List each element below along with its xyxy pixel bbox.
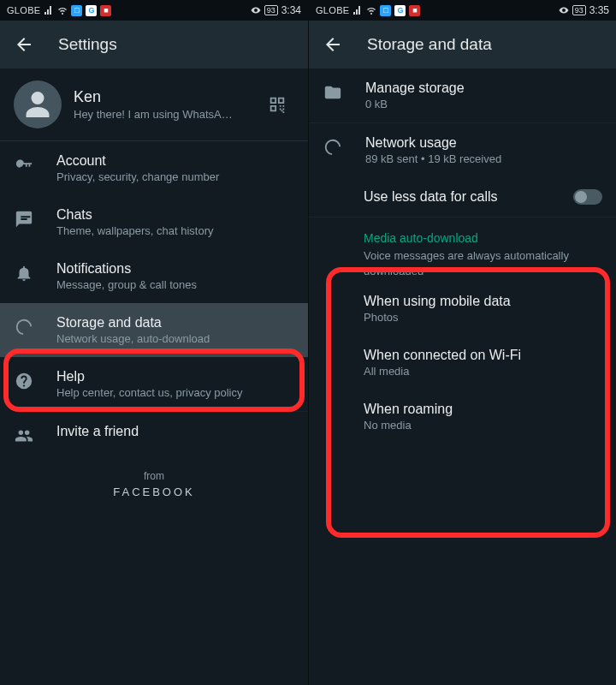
item-use-less-data[interactable]: Use less data for calls [309,177,616,217]
help-icon [14,371,34,391]
status-bar: GLOBE □ G ■ 93 3:35 [309,0,616,21]
g-badge-icon: G [86,5,97,16]
page-title: Settings [58,35,117,54]
battery-indicator: 93 [264,5,278,15]
use-less-data-toggle[interactable] [573,189,602,205]
key-icon [14,155,34,176]
settings-item-help[interactable]: Help Help center, contact us, privacy po… [0,357,308,411]
profile-name: Ken [74,88,248,106]
settings-screen: GLOBE □ G ■ 93 3:34 Settings [0,0,308,685]
settings-item-storage-data[interactable]: Storage and data Network usage, auto-dow… [0,303,308,357]
back-button[interactable] [316,27,350,62]
media-auto-download-header: Media auto-download Voice messages are a… [309,217,616,282]
profile-row[interactable]: Ken Hey there! I am using WhatsA… [0,68,308,141]
app-badge2-icon: ■ [409,5,420,16]
signal-icon [352,5,363,15]
eye-icon [559,5,569,15]
bell-icon [14,263,34,283]
back-button[interactable] [7,27,41,62]
carrier-label: GLOBE [7,5,40,15]
facebook-brand: FACEBOOK [0,485,308,498]
eye-icon [251,5,261,15]
avatar [14,80,62,128]
settings-item-chats[interactable]: Chats Theme, wallpapers, chat history [0,195,308,249]
app-bar: Settings [0,21,308,68]
g-badge-icon: G [394,5,406,16]
settings-item-notifications[interactable]: Notifications Message, group & call tone… [0,249,308,303]
app-badge-icon: □ [380,5,391,16]
page-title: Storage and data [367,35,492,54]
item-roaming[interactable]: When roaming No media [309,390,616,444]
storage-data-screen: GLOBE □ G ■ 93 3:35 Storage and data [308,0,616,685]
chat-icon [14,209,34,229]
footer: from FACEBOOK [0,458,308,519]
battery-indicator: 93 [572,5,586,15]
item-network-usage[interactable]: Network usage 89 kB sent • 19 kB receive… [309,123,616,177]
clock-label: 3:34 [281,4,301,16]
folder-icon [323,82,343,103]
people-icon [14,426,34,446]
app-badge2-icon: ■ [100,5,111,16]
settings-item-invite[interactable]: Invite a friend [0,412,308,458]
wifi-icon [366,5,376,15]
status-bar: GLOBE □ G ■ 93 3:34 [0,0,308,21]
settings-item-account[interactable]: Account Privacy, security, change number [0,141,308,195]
carrier-label: GLOBE [316,5,349,15]
item-manage-storage[interactable]: Manage storage 0 kB [309,68,616,122]
qr-code-button[interactable] [260,87,294,122]
wifi-icon [57,5,68,15]
signal-icon [44,5,54,15]
data-usage-icon [14,317,34,337]
item-wifi[interactable]: When connected on Wi-Fi All media [309,336,616,390]
app-badge-icon: □ [71,5,82,16]
profile-status: Hey there! I am using WhatsA… [74,108,248,121]
data-usage-icon [323,137,343,158]
item-mobile-data[interactable]: When using mobile data Photos [309,282,616,336]
clock-label: 3:35 [589,4,609,16]
app-bar: Storage and data [309,21,616,68]
